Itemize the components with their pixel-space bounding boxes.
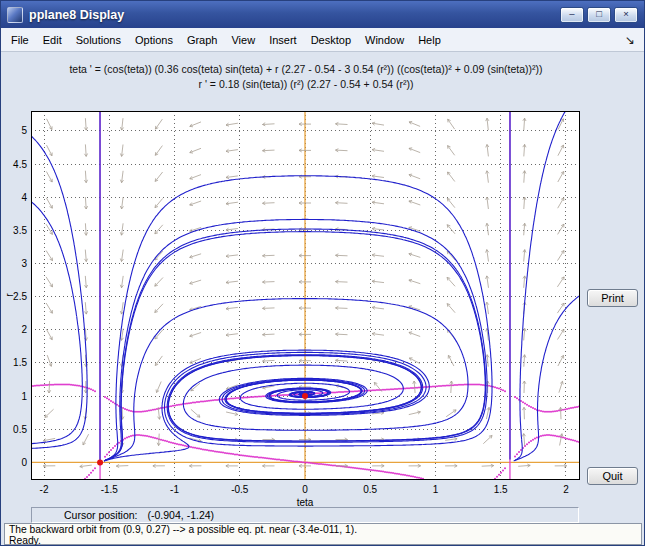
y-tick-label: 0	[21, 457, 27, 468]
y-tick-label: 0.5	[13, 424, 27, 435]
menu-item-insert[interactable]: Insert	[262, 30, 304, 50]
y-tick-label: 5	[21, 125, 27, 136]
x-tick-label: 1	[433, 484, 439, 495]
titlebar[interactable]: pplane8 Display –□×	[1, 1, 644, 28]
x-tick-label: -1	[170, 484, 179, 495]
x-tick-label: -0.5	[231, 484, 249, 495]
cursor-position-label: Cursor position:	[64, 509, 138, 522]
y-tick-label: 2.5	[13, 291, 27, 302]
minimize-button[interactable]: –	[560, 7, 584, 23]
menu-item-options[interactable]: Options	[128, 30, 180, 50]
window-title: pplane8 Display	[29, 8, 124, 22]
app-icon[interactable]	[7, 7, 23, 23]
close-button[interactable]: ×	[614, 7, 638, 23]
menu-item-desktop[interactable]: Desktop	[304, 30, 358, 50]
y-tick-label: 1	[21, 391, 27, 402]
menu-item-help[interactable]: Help	[411, 30, 448, 50]
status-line-2: Ready.	[9, 536, 637, 546]
y-tick-label: 3.5	[13, 225, 27, 236]
menu-item-graph[interactable]: Graph	[180, 30, 225, 50]
equilibrium-point	[302, 393, 308, 399]
restore-button[interactable]: □	[587, 7, 611, 23]
equation-line-2: r ' = 0.18 (sin(teta)) (r²) (2.27 - 0.54…	[1, 77, 611, 92]
menu-item-window[interactable]: Window	[358, 30, 411, 50]
equation-line-1: teta ' = (cos(teta)) (0.36 cos(teta) sin…	[1, 62, 611, 77]
print-button[interactable]: Print	[587, 289, 638, 307]
menubar: FileEditSolutionsOptionsGraphViewInsertD…	[1, 28, 644, 52]
status-bar: The backward orbit from (0.9, 0.27) --> …	[4, 523, 642, 545]
dock-arrow-icon[interactable]: ↘	[625, 33, 644, 47]
equilibrium-point	[97, 459, 103, 465]
cursor-position-bar: Cursor position: (-0.904, -1.24)	[31, 507, 579, 523]
y-tick-label: 4	[21, 192, 27, 203]
phase-plane-plot[interactable]: -2-1.5-1-0.500.511.5200.511.522.533.544.…	[1, 107, 645, 511]
menu-item-file[interactable]: File	[4, 30, 36, 50]
x-tick-label: 2	[563, 484, 569, 495]
quit-button[interactable]: Quit	[587, 467, 638, 485]
y-tick-label: 2	[21, 324, 27, 335]
menu-item-view[interactable]: View	[224, 30, 262, 50]
menu-item-edit[interactable]: Edit	[36, 30, 69, 50]
x-tick-label: -2	[40, 484, 49, 495]
equation-header: teta ' = (cos(teta)) (0.36 cos(teta) sin…	[1, 62, 611, 92]
x-tick-label: 0	[302, 484, 308, 495]
menu-item-solutions[interactable]: Solutions	[69, 30, 128, 50]
x-tick-label: 0.5	[363, 484, 377, 495]
status-line-1: The backward orbit from (0.9, 0.27) --> …	[9, 525, 637, 536]
pplane8-display-window: pplane8 Display –□× FileEditSolutionsOpt…	[0, 0, 645, 546]
cursor-position-value: (-0.904, -1.24)	[148, 509, 215, 522]
y-tick-label: 4.5	[13, 159, 27, 170]
window-controls: –□×	[560, 7, 638, 23]
y-tick-label: 1.5	[13, 357, 27, 368]
y-tick-label: 3	[21, 258, 27, 269]
x-tick-label: -1.5	[101, 484, 119, 495]
x-tick-label: 1.5	[494, 484, 508, 495]
